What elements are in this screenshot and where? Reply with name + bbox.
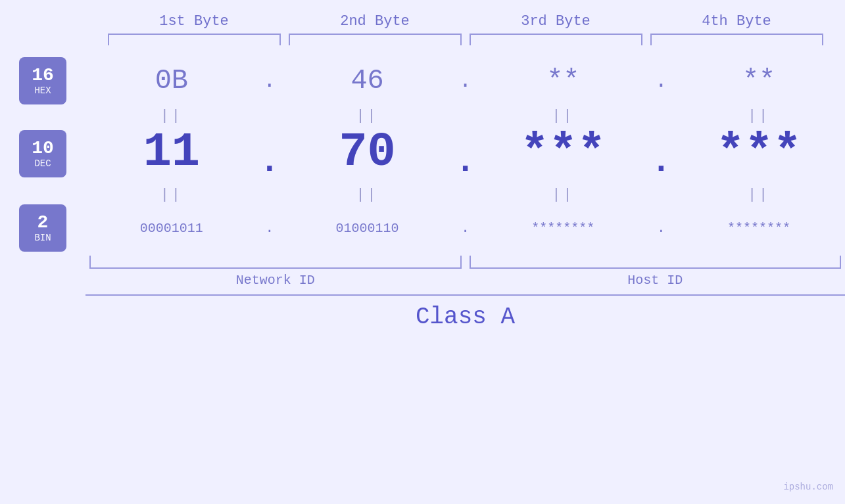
byte-header-2: 2nd Byte	[285, 13, 466, 34]
eq-row-1: || || || ||	[85, 106, 845, 126]
dec-val-2: 70	[281, 126, 454, 179]
hex-dot-2: .	[454, 69, 477, 93]
byte-header-4: 4th Byte	[646, 13, 827, 34]
eq-8: ||	[673, 187, 845, 203]
top-bracket-4	[650, 34, 823, 45]
network-bracket	[89, 256, 462, 269]
dec-val-1: 11	[85, 126, 258, 179]
hex-dot-1: .	[258, 69, 281, 93]
bin-dot-1: .	[258, 220, 281, 237]
hex-badge-area: 16 HEX	[0, 57, 85, 104]
bin-badge: 2 BIN	[19, 204, 66, 252]
bottom-section: Network ID Host ID	[85, 256, 845, 288]
hex-dot-3: .	[649, 69, 673, 93]
dec-val-3: ***	[477, 126, 650, 179]
dec-dot-3: .	[649, 145, 673, 179]
bin-badge-label: BIN	[34, 233, 51, 243]
eq-5: ||	[85, 187, 258, 203]
class-bracket	[85, 294, 845, 296]
bin-row: 00001011 . 01000110 . ******** . *******…	[85, 220, 845, 237]
bin-badge-num: 2	[37, 213, 49, 233]
dec-val-4: ***	[673, 126, 845, 179]
dec-dot-1: .	[258, 145, 281, 179]
hex-val-3: **	[477, 65, 650, 97]
dec-badge: 10 DEC	[19, 130, 66, 177]
byte-header-1: 1st Byte	[104, 13, 285, 34]
hex-badge: 16 HEX	[19, 57, 66, 104]
top-bracket-3	[470, 34, 642, 45]
dec-row: 11 . 70 . *** . ***	[85, 126, 845, 182]
bin-val-4: ********	[673, 221, 845, 236]
eq-1: ||	[85, 108, 258, 124]
network-id-label: Network ID	[85, 273, 466, 288]
top-bracket-2	[289, 34, 462, 45]
hex-badge-label: HEX	[34, 85, 51, 96]
bin-val-1: 00001011	[85, 221, 258, 236]
eq-7: ||	[477, 187, 650, 203]
eq-4: ||	[673, 108, 845, 124]
bin-badge-area: 2 BIN	[0, 204, 85, 252]
dec-badge-num: 10	[32, 139, 54, 159]
bin-dot-3: .	[649, 220, 673, 237]
id-labels: Network ID Host ID	[85, 273, 845, 288]
host-id-label: Host ID	[466, 273, 846, 288]
class-label: Class A	[416, 304, 515, 331]
eq-6: ||	[281, 187, 454, 203]
host-bracket	[470, 256, 842, 269]
watermark: ipshu.com	[783, 482, 833, 492]
eq-row-2: || || || ||	[85, 185, 845, 204]
top-bracket-1	[108, 34, 281, 45]
bottom-brackets-row	[85, 256, 845, 269]
hex-val-1: 0B	[85, 65, 258, 97]
hex-val-4: **	[673, 65, 845, 97]
class-section: Class A	[85, 294, 845, 331]
hex-row: 0B . 46 . ** . **	[85, 65, 845, 97]
dec-badge-label: DEC	[34, 158, 51, 169]
main-container: 1st Byte 2nd Byte 3rd Byte 4th Byte 16 H…	[0, 0, 845, 504]
bin-dot-2: .	[454, 220, 477, 237]
hex-badge-num: 16	[32, 66, 54, 86]
eq-2: ||	[281, 108, 454, 124]
bin-val-2: 01000110	[281, 221, 454, 236]
hex-val-2: 46	[281, 65, 454, 97]
byte-header-3: 3rd Byte	[466, 13, 646, 34]
dec-dot-2: .	[454, 145, 477, 179]
bin-val-3: ********	[477, 221, 650, 236]
eq-3: ||	[477, 108, 650, 124]
dec-badge-area: 10 DEC	[0, 130, 85, 177]
